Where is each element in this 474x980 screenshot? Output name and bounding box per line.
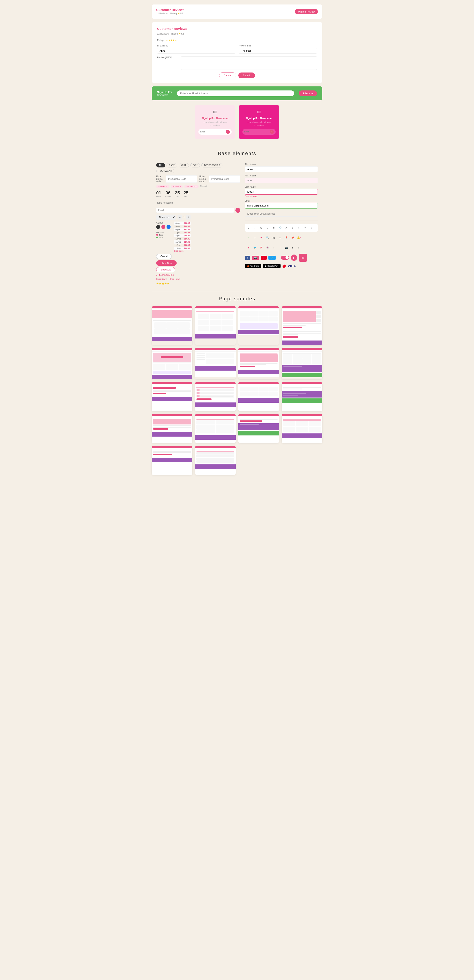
bag-icon[interactable]: 🛍 [271,235,276,240]
qty-decrease-button[interactable]: − [178,215,182,220]
map-pin-icon[interactable]: 📌 [290,235,295,240]
link-icon[interactable]: 🔗 [278,225,283,230]
tumblr-icon[interactable]: t [271,245,276,250]
page-sample-home[interactable] [152,306,192,345]
promo-input-1[interactable] [165,175,197,183]
apple-store-badge[interactable]: 🍎 App Store [245,264,261,268]
page-sample-18[interactable] [195,446,235,475]
pinterest-icon[interactable]: P [259,245,264,250]
page-sample-12[interactable] [282,382,322,411]
review-title-input[interactable] [239,48,317,54]
page-sample-9[interactable] [152,382,192,411]
page-sample-promo[interactable] [152,348,192,379]
toggle-switch[interactable] [281,256,289,260]
add-to-wishlist-label[interactable]: Add To Wishlist [159,274,174,277]
shop-now-button[interactable]: Shop Now [156,260,177,266]
email-input[interactable] [156,208,234,213]
checkmark-icon[interactable]: ✓ [246,235,251,240]
instagram-icon[interactable]: 📷 [284,245,289,250]
share3-icon[interactable]: ⬆ [296,245,301,250]
nl-card-pink-email-input[interactable] [244,130,270,133]
first-name2-input[interactable] [245,178,318,183]
nl-card-pink-send-button[interactable]: › [270,130,274,134]
facebook-icon[interactable]: f [278,245,283,250]
filter-tag-girl[interactable]: GIRL [179,163,189,167]
email-send-button[interactable]: › [235,208,240,213]
google-play-badge[interactable]: ▶ Google Play [263,264,281,268]
first-name-input[interactable] [157,48,235,54]
size-select[interactable]: Select size [156,215,176,220]
heart-outline-icon[interactable]: ♡ [253,235,258,240]
heart-icon-2[interactable]: ♥ [246,245,251,250]
review-textarea[interactable] [181,56,317,70]
instagram-brand-button[interactable]: 📷 [252,256,259,260]
share2-icon[interactable]: ⬆ [290,245,295,250]
align-left-icon[interactable]: ≡ [271,225,276,230]
location-icon[interactable]: 📍 [284,235,289,240]
bold-icon[interactable]: B [246,225,251,230]
shop-link-2[interactable]: Shop Now > [169,278,180,280]
size-guide-link[interactable]: Size guide [174,250,184,252]
page-sample-14[interactable] [195,414,235,443]
qty-increase-button[interactable]: + [186,215,191,220]
snapchat-icon[interactable]: 👻 [265,245,270,250]
page-sample-detail[interactable] [239,348,279,379]
rating-stars-input[interactable]: ★★★★★ [166,39,177,42]
shop-outline-button[interactable]: Shop Now [156,267,175,272]
remove-age[interactable]: ✕ [195,186,197,188]
underline-icon[interactable]: U [259,225,264,230]
clear-all-button[interactable]: Clear all [200,185,207,188]
page-sample-shop[interactable] [239,306,279,345]
chevron-right-icon[interactable]: › [309,225,314,230]
search-input[interactable] [156,200,201,205]
swatch-pink[interactable] [161,225,165,229]
info-icon[interactable]: ℹ [296,225,301,230]
promo-input-2[interactable] [209,175,240,183]
email-right-input[interactable] [245,203,318,208]
page-sample-product[interactable] [282,306,322,345]
play-button[interactable]: ▶ [291,255,297,261]
twitter-bird-icon[interactable]: 🐦 [253,245,258,250]
page-sample-13[interactable] [152,414,192,443]
filter-tag-boy[interactable]: BOY [190,163,200,167]
page-sample-review[interactable] [282,348,322,379]
search-icon[interactable]: 🔍 [265,235,270,240]
question-icon[interactable]: ? [303,225,308,230]
shop-link-1[interactable]: Shop Now > [156,278,167,280]
twitter-brand-button[interactable]: 🐦 [269,256,275,260]
remove-dresses[interactable]: ✕ [166,186,168,188]
filter-tag-baby[interactable]: BABY [167,163,178,167]
swatch-dark[interactable] [156,225,160,229]
review-cancel-button[interactable]: Cancel [219,73,236,78]
newsletter-subscribe-button[interactable]: Subscribe [299,91,317,96]
pinterest-brand-button[interactable]: P [261,256,267,260]
write-review-button[interactable]: Write a Review [295,9,318,14]
page-sample-list[interactable] [195,348,235,379]
review-submit-button[interactable]: Submit [239,73,255,78]
nl-card-light-email-input[interactable] [200,130,226,133]
last-name-input[interactable] [245,189,318,195]
page-sample-10[interactable] [195,382,235,411]
mail-icon-large[interactable]: ✉ [299,254,307,262]
italic-icon[interactable]: I [253,225,258,230]
newsletter-email-input[interactable] [177,91,294,96]
page-sample-category[interactable] [195,306,235,345]
filter-tag-footwear[interactable]: FOOTWEAR [156,169,174,173]
page-sample-15[interactable] [239,414,279,443]
swatch-blue[interactable] [167,225,170,229]
filter-tag-all[interactable]: ALL [156,163,165,167]
cancel-button-2[interactable]: Cancel [156,254,172,259]
facebook-brand-button[interactable]: f [245,256,250,260]
page-sample-17[interactable] [152,446,192,475]
first-name-right-input[interactable] [245,166,318,172]
page-sample-11[interactable] [239,382,279,411]
heart-filled-icon[interactable]: ♥ [259,235,264,240]
share-icon[interactable]: ⬆ [278,235,283,240]
filter-tag-accessories[interactable]: ACCESSORIES [201,163,223,167]
remove-annule[interactable]: ✕ [180,186,181,188]
nl-card-light-send-button[interactable]: › [226,130,230,134]
page-sample-16[interactable] [282,414,322,443]
ghost-email-input[interactable] [245,211,318,216]
close-icon[interactable]: ✕ [284,225,289,230]
refresh-icon[interactable]: ↻ [290,225,295,230]
